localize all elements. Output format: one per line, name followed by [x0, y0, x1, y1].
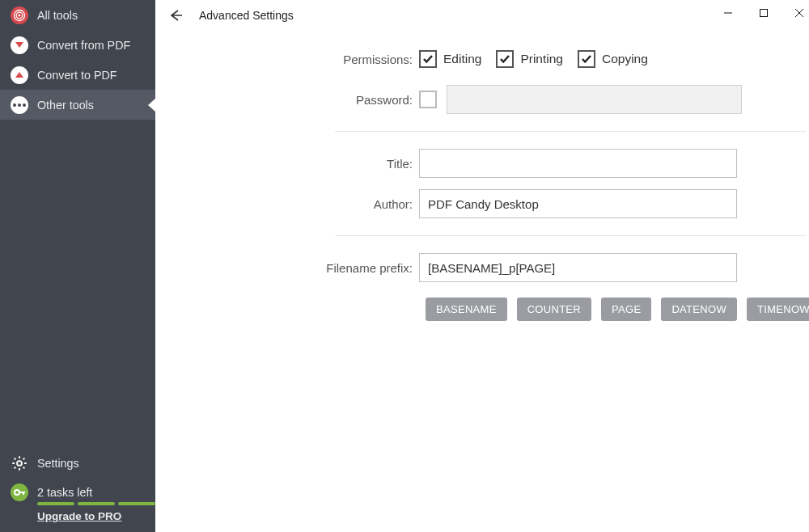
- dots-icon: [10, 95, 29, 115]
- sidebar-item-label: Convert from PDF: [37, 39, 130, 52]
- app-window: All tools Convert from PDF Convert to PD…: [0, 0, 809, 532]
- editing-label: Editing: [443, 52, 481, 66]
- svg-rect-5: [760, 10, 767, 17]
- sidebar-item-convert-to-pdf[interactable]: Convert to PDF: [0, 60, 155, 90]
- tasks-left-label: 2 tasks left: [37, 486, 92, 499]
- sidebar-item-convert-from-pdf[interactable]: Convert from PDF: [0, 30, 155, 60]
- password-label: Password:: [155, 93, 419, 107]
- sidebar-item-other-tools[interactable]: Other tools: [0, 90, 155, 120]
- token-basename-button[interactable]: BASENAME: [426, 298, 507, 321]
- title-label: Title:: [155, 157, 419, 171]
- sidebar-item-label: Convert to PDF: [37, 69, 117, 82]
- sidebar-item-label: Settings: [37, 457, 79, 470]
- divider: [335, 235, 806, 236]
- sidebar: All tools Convert from PDF Convert to PD…: [0, 0, 155, 532]
- spiral-icon: [10, 6, 29, 25]
- sidebar-item-label: All tools: [37, 9, 78, 22]
- arrow-down-icon: [10, 36, 29, 55]
- token-page-button[interactable]: PAGE: [601, 298, 651, 321]
- token-buttons-row: BASENAME COUNTER PAGE DATENOW TIMENOW: [426, 298, 809, 321]
- copying-label: Copying: [602, 52, 648, 66]
- svg-point-3: [17, 461, 22, 466]
- window-maximize-button[interactable]: [746, 0, 781, 26]
- sidebar-item-all-tools[interactable]: All tools: [0, 0, 155, 30]
- editing-checkbox[interactable]: [419, 50, 437, 68]
- arrow-up-icon: [10, 65, 29, 85]
- author-input[interactable]: [419, 189, 737, 218]
- titlebar: Advanced Settings: [155, 0, 809, 31]
- settings-form: Permissions: Editing Printing Copying Pa…: [155, 31, 809, 321]
- window-minimize-button[interactable]: [710, 0, 746, 26]
- credits-bar: [37, 502, 155, 505]
- token-datenow-button[interactable]: DATENOW: [661, 298, 737, 321]
- back-button[interactable]: [160, 0, 193, 31]
- page-title: Advanced Settings: [199, 9, 294, 22]
- password-input[interactable]: [447, 85, 742, 114]
- permissions-label: Permissions:: [155, 53, 419, 66]
- sidebar-item-label: Other tools: [37, 99, 94, 112]
- title-input[interactable]: [419, 149, 737, 178]
- author-label: Author:: [155, 197, 419, 211]
- sidebar-item-settings[interactable]: Settings: [0, 449, 155, 478]
- gear-icon: [10, 454, 29, 473]
- upgrade-link[interactable]: Upgrade to PRO: [37, 510, 155, 522]
- copying-checkbox[interactable]: [578, 50, 595, 68]
- password-enable-checkbox[interactable]: [419, 91, 437, 108]
- token-timenow-button[interactable]: TIMENOW: [747, 298, 809, 321]
- svg-point-2: [19, 14, 21, 16]
- key-icon: [10, 483, 29, 502]
- filename-prefix-label: Filename prefix:: [155, 261, 419, 275]
- svg-point-4: [15, 490, 19, 495]
- printing-label: Printing: [520, 52, 563, 66]
- token-counter-button[interactable]: COUNTER: [517, 298, 591, 321]
- filename-prefix-input[interactable]: [419, 253, 737, 282]
- window-close-button[interactable]: [781, 0, 809, 26]
- divider: [335, 131, 806, 132]
- printing-checkbox[interactable]: [496, 50, 514, 68]
- main-panel: Advanced Settings Permissions: Editing P…: [155, 0, 809, 532]
